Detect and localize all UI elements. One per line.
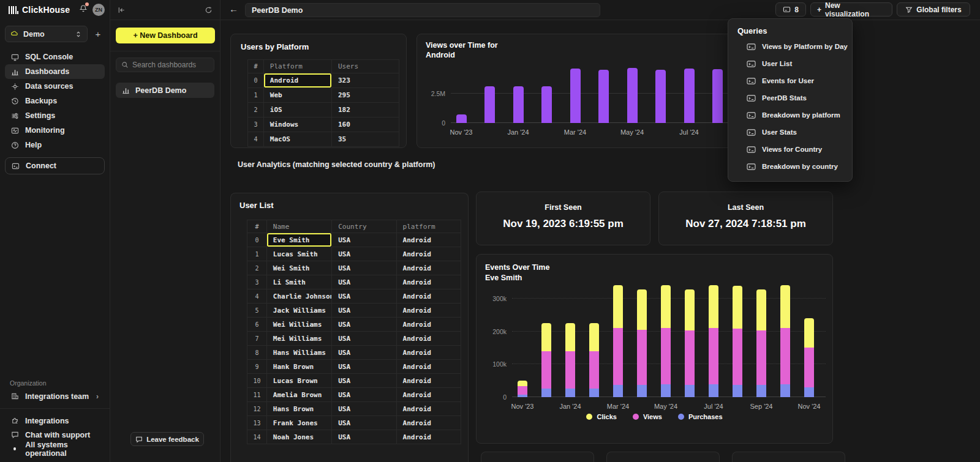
bar-segment-purchases[interactable] (518, 395, 527, 397)
table-cell[interactable]: Android (397, 374, 461, 388)
table-cell[interactable]: 6 (247, 318, 267, 332)
table-cell[interactable]: 1 (248, 88, 264, 103)
bar[interactable] (627, 68, 638, 123)
dashboard-list-item[interactable]: PeerDB Demo (116, 83, 214, 98)
query-item-views-by-platform-by-day[interactable]: Views by Platform by Day (737, 38, 852, 55)
table-cell[interactable]: USA (332, 416, 396, 430)
bar[interactable] (598, 70, 609, 123)
dashboard-search[interactable] (116, 58, 214, 72)
table-cell[interactable]: Jack Williams (267, 304, 332, 318)
bar-segment-views[interactable] (804, 348, 814, 387)
legend-item-views[interactable]: Views (633, 413, 662, 420)
bar[interactable] (456, 114, 467, 123)
table-cell[interactable]: Android (397, 360, 461, 374)
table-cell[interactable]: 11 (247, 388, 267, 402)
table-cell[interactable]: Wei Smith (267, 261, 332, 275)
sidebar-item-help[interactable]: Help (5, 138, 105, 152)
bar-segment-purchases[interactable] (756, 385, 766, 397)
sidebar-item-all-systems-operational[interactable]: All systems operational (5, 442, 105, 456)
table-row[interactable]: 1Web295 (248, 88, 399, 103)
table-row[interactable]: 4MacOS35 (248, 132, 399, 147)
search-dashboards-input[interactable] (132, 61, 206, 69)
table-row[interactable]: 7Mei WilliamsUSAAndroid (247, 332, 461, 346)
query-item-breakdown-by-country[interactable]: Breakdown by country (737, 158, 852, 175)
table-cell[interactable]: 5 (247, 304, 267, 318)
table-cell[interactable]: Android (397, 416, 461, 430)
table-row[interactable]: 8Hans WilliamsUSAAndroid (247, 346, 461, 360)
table-cell[interactable]: USA (332, 374, 396, 388)
sidebar-item-integrations-team[interactable]: Integrations team › (5, 389, 105, 403)
refresh-icon[interactable] (205, 6, 213, 14)
table-row[interactable]: 13Frank JonesUSAAndroid (247, 416, 461, 430)
table-cell[interactable]: 4 (248, 132, 264, 147)
sidebar-item-backups[interactable]: Backups (5, 94, 105, 108)
bar-segment-clicks[interactable] (780, 285, 790, 328)
sidebar-item-data-sources[interactable]: Data sources (5, 79, 105, 94)
table-cell[interactable]: USA (332, 346, 396, 360)
sidebar-item-integrations[interactable]: Integrations (5, 414, 105, 428)
table-cell[interactable]: USA (332, 332, 396, 346)
table-cell[interactable]: 12 (247, 402, 267, 416)
table-row[interactable]: 3Windows160 (248, 117, 399, 132)
table-row[interactable]: 0Android323 (248, 73, 399, 88)
table-cell[interactable]: Android (397, 332, 461, 346)
bar-segment-purchases[interactable] (613, 385, 623, 397)
table-cell[interactable]: 0 (248, 73, 264, 88)
bar-segment-views[interactable] (685, 330, 695, 385)
table-row[interactable]: 1Lucas SmithUSAAndroid (247, 247, 461, 261)
table-cell[interactable]: 3 (247, 275, 267, 289)
add-service-button[interactable]: + (91, 28, 105, 41)
bar-segment-views[interactable] (589, 351, 599, 389)
bar[interactable] (541, 86, 552, 123)
bar-segment-purchases[interactable] (733, 385, 742, 397)
bar-segment-clicks[interactable] (541, 323, 551, 351)
bar-segment-views[interactable] (780, 328, 790, 384)
bar[interactable] (684, 69, 695, 123)
bar-segment-views[interactable] (637, 330, 647, 384)
bar[interactable] (570, 69, 581, 123)
bar-segment-views[interactable] (661, 328, 671, 384)
table-cell[interactable]: USA (332, 304, 396, 318)
table-cell[interactable]: 0 (247, 233, 267, 247)
table-row[interactable]: 12Hans BrownUSAAndroid (247, 402, 461, 416)
table-cell[interactable]: Hank Brown (267, 360, 332, 374)
bar-segment-purchases[interactable] (637, 385, 647, 397)
table-cell[interactable]: 14 (247, 430, 267, 444)
table-cell[interactable]: Android (397, 247, 461, 261)
bar[interactable] (513, 86, 524, 123)
table-cell[interactable]: 1 (247, 247, 267, 261)
table-cell[interactable]: Android (397, 304, 461, 318)
table-cell[interactable]: Li Smith (267, 275, 332, 289)
table-cell[interactable]: 2 (247, 261, 267, 275)
notifications-button[interactable] (79, 4, 88, 15)
table-cell[interactable]: 160 (332, 117, 399, 132)
new-dashboard-button[interactable]: + New Dashboard (116, 28, 215, 43)
table-cell[interactable]: 4 (247, 289, 267, 304)
dashboard-title-input[interactable] (245, 3, 600, 17)
bar-segment-clicks[interactable] (661, 285, 671, 328)
connect-button[interactable]: Connect (5, 157, 105, 174)
table-cell[interactable]: USA (332, 275, 396, 289)
bar-segment-purchases[interactable] (780, 384, 790, 397)
bar[interactable] (712, 69, 723, 123)
table-cell[interactable]: 323 (332, 73, 399, 88)
bar-segment-views[interactable] (756, 330, 766, 385)
new-visualization-button[interactable]: + New visualization (810, 2, 892, 17)
bar[interactable] (655, 70, 666, 124)
leave-feedback-button[interactable]: Leave feedback (130, 432, 204, 446)
query-item-breakdown-by-platform[interactable]: Breakdown by platform (737, 106, 852, 124)
table-row[interactable]: 10Lucas BrownUSAAndroid (247, 374, 461, 388)
table-cell[interactable]: Mei Williams (267, 332, 332, 346)
table-cell[interactable]: 7 (247, 332, 267, 346)
table-cell[interactable]: Android (397, 388, 461, 402)
table-cell[interactable]: USA (332, 247, 396, 261)
table-cell[interactable]: Lucas Smith (267, 247, 332, 261)
collapse-panel-icon[interactable] (118, 6, 126, 14)
bar-segment-views[interactable] (613, 328, 623, 384)
avatar[interactable]: ZN (92, 4, 105, 16)
bar-segment-views[interactable] (709, 328, 718, 384)
table-cell-selected[interactable]: Android (264, 73, 332, 88)
table-cell[interactable]: Android (397, 233, 461, 247)
query-item-user-list[interactable]: User List (737, 55, 852, 72)
bar-segment-clicks[interactable] (613, 285, 623, 328)
